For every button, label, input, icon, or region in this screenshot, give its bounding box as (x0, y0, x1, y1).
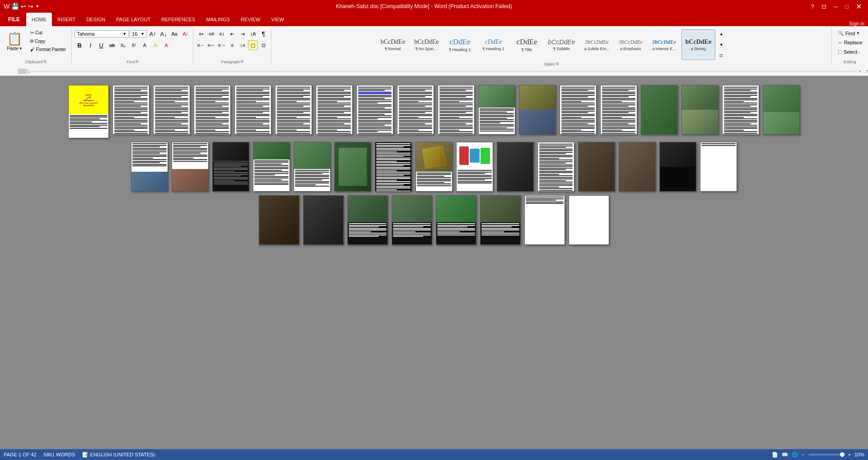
page-10[interactable] (438, 85, 475, 135)
view-print-icon[interactable]: 📄 (772, 452, 778, 458)
page-22[interactable] (253, 142, 290, 192)
paste-dropdown[interactable]: ▼ (19, 47, 23, 51)
italic-button[interactable]: I (85, 40, 95, 50)
decrease-font-button[interactable]: A↓ (159, 29, 168, 39)
page-16[interactable] (681, 85, 719, 135)
tab-insert[interactable]: INSERT (52, 13, 81, 26)
page-41[interactable] (524, 195, 565, 245)
zoom-out-button[interactable]: − (802, 452, 804, 457)
styles-scroll-up[interactable]: ▲ (716, 29, 726, 39)
minimize-button[interactable]: ─ (831, 3, 840, 10)
sort-button[interactable]: ↕A (248, 29, 258, 39)
shading-button[interactable]: ▢ (248, 40, 258, 50)
page-11[interactable] (478, 85, 515, 135)
page-28[interactable] (497, 142, 534, 192)
page-33[interactable] (700, 142, 737, 192)
page-37[interactable] (347, 195, 388, 245)
style-title[interactable]: cDdEe ¶ Title (511, 29, 543, 60)
font-color-button[interactable]: A (161, 40, 171, 50)
tab-pagelayout[interactable]: PAGE LAYOUT (111, 13, 156, 26)
page-29[interactable] (537, 142, 574, 192)
tab-view[interactable]: VIEW (266, 13, 289, 26)
restore-button[interactable]: ⊡ (819, 3, 829, 10)
show-formatting-button[interactable]: ¶ (258, 29, 268, 39)
paste-button[interactable]: 📋 Paste ▼ (3, 29, 27, 53)
document-area[interactable]: تحقیقآنلاینمرجع دانلودبا کمترین قیمت باز… (0, 76, 868, 449)
page-13[interactable] (560, 85, 597, 135)
strikethrough-button[interactable]: ab (107, 40, 117, 50)
redo-icon[interactable]: ↪ (28, 3, 33, 10)
align-center-button[interactable]: ≡↔ (206, 40, 216, 50)
highlight-button[interactable]: A (150, 40, 160, 50)
page-36[interactable] (303, 195, 344, 245)
page-8[interactable] (356, 85, 393, 135)
style-strong[interactable]: bCcDdEe a Strong (681, 29, 716, 60)
close-button[interactable]: ✕ (853, 2, 864, 11)
page-20[interactable] (172, 142, 209, 192)
increase-font-button[interactable]: A↑ (148, 29, 158, 39)
increase-indent-button[interactable]: ⇥ (238, 29, 247, 39)
page-21[interactable] (212, 142, 249, 192)
zoom-in-button[interactable]: + (848, 452, 851, 457)
align-right-button[interactable]: ≡→ (217, 40, 227, 50)
subscript-button[interactable]: X₂ (118, 40, 128, 50)
text-effects-button[interactable]: A (140, 40, 149, 50)
page-1[interactable]: تحقیقآنلاینمرجع دانلودبا کمترین قیمت باز… (68, 85, 109, 138)
style-subtitle[interactable]: bCcDdEe ¶ Subtitle (544, 29, 579, 60)
font-name-selector[interactable]: Tahoma ▼ (75, 30, 129, 38)
zoom-level[interactable]: 10% (854, 452, 864, 457)
save-icon[interactable]: 💾 (11, 3, 19, 10)
view-read-icon[interactable]: 📖 (782, 452, 788, 458)
format-painter-button[interactable]: 🖌 Format Painter (28, 46, 69, 53)
styles-scroll-down[interactable]: ▼ (716, 40, 726, 50)
signin-button[interactable]: Sign in (845, 21, 868, 26)
tab-home[interactable]: HOME (26, 13, 52, 26)
page-14[interactable] (600, 85, 637, 135)
language-indicator[interactable]: 📝 ENGLISH (UNITED STATES) (82, 452, 155, 458)
styles-more[interactable]: ⊡ (716, 51, 726, 61)
help-button[interactable]: ? (808, 3, 817, 10)
tab-mailings[interactable]: MAILINGS (201, 13, 236, 26)
clipboard-expand[interactable]: ⧉ (43, 59, 46, 64)
page-15[interactable] (641, 85, 678, 135)
tab-file[interactable]: FILE (2, 13, 26, 26)
style-heading1[interactable]: cDdEe ¶ Heading 1 (444, 29, 476, 60)
page-12[interactable] (519, 85, 556, 135)
page-7[interactable] (316, 85, 353, 135)
superscript-button[interactable]: X² (129, 40, 139, 50)
cut-button[interactable]: ✂ Cut (28, 29, 69, 37)
page-5[interactable] (234, 85, 271, 135)
page-6[interactable] (275, 85, 312, 135)
maximize-button[interactable]: □ (842, 3, 851, 10)
page-3[interactable] (153, 85, 190, 135)
page-17[interactable] (722, 85, 759, 135)
page-23[interactable] (294, 142, 331, 192)
tab-review[interactable]: REVIEW (235, 13, 266, 26)
copy-button[interactable]: ⧉ Copy (28, 37, 69, 45)
style-nospacing[interactable]: bCcDdEe ¶ No Spac... (410, 29, 443, 60)
replace-button[interactable]: ↔ Replace (835, 38, 865, 47)
page-31[interactable] (619, 142, 656, 192)
page-38[interactable] (392, 195, 432, 245)
page-39[interactable] (436, 195, 476, 245)
font-size-selector[interactable]: 16 ▼ (130, 30, 147, 38)
borders-button[interactable]: ⊡ (258, 40, 268, 50)
styles-expand[interactable]: ⧉ (556, 61, 559, 66)
page-2[interactable] (112, 85, 149, 135)
justify-button[interactable]: ≡ (227, 40, 237, 50)
line-spacing-button[interactable]: ↕≡ (238, 40, 247, 50)
qa-arrow[interactable]: ▼ (35, 4, 39, 9)
page-35[interactable] (259, 195, 299, 245)
page-32[interactable] (659, 142, 696, 192)
decrease-indent-button[interactable]: ⇤ (227, 29, 237, 39)
tab-design[interactable]: DESIGN (81, 13, 111, 26)
bullet-list-button[interactable]: ≡• (196, 29, 206, 39)
style-heading2[interactable]: cDdEe ¶ Heading 2 (477, 29, 510, 60)
find-dropdown[interactable]: ▼ (856, 31, 860, 35)
paragraph-expand[interactable]: ⧉ (241, 59, 243, 64)
page-30[interactable] (578, 142, 615, 192)
page-24[interactable] (334, 142, 371, 192)
multilevel-list-button[interactable]: ≡↕ (217, 29, 227, 39)
page-42[interactable] (569, 195, 609, 245)
select-button[interactable]: ⬚ Select - (835, 47, 865, 56)
